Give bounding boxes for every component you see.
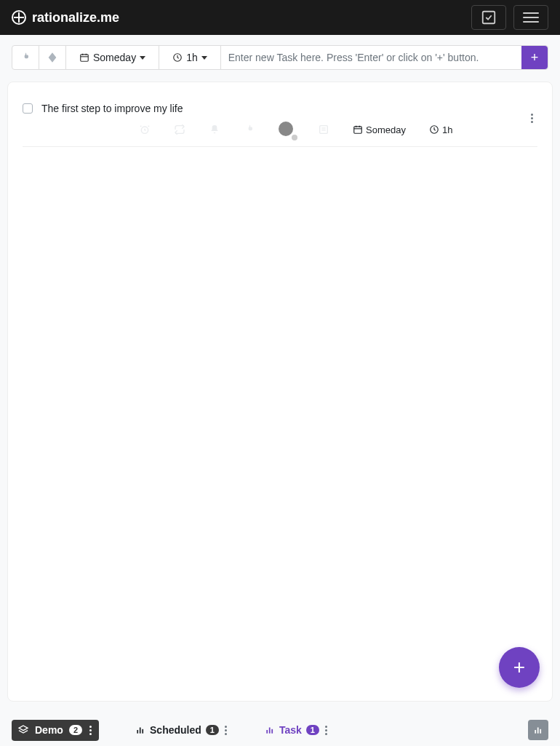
- add-task-button[interactable]: +: [521, 46, 548, 69]
- new-task-input-cell: [221, 46, 521, 69]
- svg-rect-20: [271, 729, 273, 734]
- task-note[interactable]: [318, 124, 329, 135]
- svg-rect-18: [266, 730, 268, 734]
- footer-demo-button[interactable]: Demo 2: [12, 720, 99, 741]
- task-schedule[interactable]: Someday: [353, 124, 406, 135]
- svg-rect-1: [81, 55, 89, 61]
- priority-diamond-button[interactable]: [39, 46, 66, 69]
- schedule-label: Someday: [93, 52, 136, 63]
- svg-rect-10: [354, 127, 362, 133]
- new-task-input[interactable]: [221, 46, 521, 69]
- task-duration-label: 1h: [442, 124, 452, 135]
- diamond-icon: [47, 52, 58, 63]
- footer-task-button[interactable]: Task 1: [265, 724, 329, 737]
- note-icon: [318, 124, 329, 135]
- svg-rect-16: [140, 728, 141, 734]
- footer-scheduled-more[interactable]: [223, 724, 228, 737]
- app-header: rationalize.me: [0, 0, 560, 35]
- header-actions: [471, 5, 548, 30]
- footer-task-badge: 1: [306, 725, 319, 735]
- bar-chart-icon: [135, 725, 145, 735]
- stats-button[interactable]: [528, 720, 548, 740]
- bell-icon: [209, 124, 220, 135]
- svg-rect-21: [535, 730, 536, 734]
- task-title: The first step to improve my life: [41, 103, 183, 114]
- clock-icon: [429, 124, 439, 135]
- schedule-dropdown[interactable]: Someday: [66, 46, 159, 69]
- new-task-toolbar: Someday 1h +: [12, 45, 548, 70]
- flame-icon: [244, 124, 255, 135]
- brand[interactable]: rationalize.me: [12, 10, 119, 25]
- fab-add-button[interactable]: +: [499, 647, 540, 688]
- footer-demo-label: Demo: [35, 724, 63, 736]
- checkbox-icon: [481, 9, 497, 25]
- footer-scheduled-button[interactable]: Scheduled 1: [135, 724, 228, 737]
- task-tag[interactable]: [279, 122, 295, 138]
- stack-icon: [17, 724, 29, 736]
- calendar-icon: [79, 52, 89, 63]
- task-reminder[interactable]: [209, 124, 220, 135]
- bottom-bar: Demo 2 Scheduled 1 Task 1: [0, 714, 560, 746]
- task-row[interactable]: The first step to improve my life: [23, 97, 537, 147]
- footer-task-more[interactable]: [324, 724, 329, 737]
- menu-button[interactable]: [513, 5, 548, 30]
- alarm-icon: [139, 124, 151, 135]
- calendar-icon: [353, 124, 363, 135]
- svg-rect-0: [483, 12, 495, 24]
- task-schedule-label: Someday: [366, 124, 406, 135]
- duration-dropdown[interactable]: 1h: [159, 46, 221, 69]
- duration-label: 1h: [186, 52, 198, 63]
- priority-flame-button[interactable]: [12, 46, 39, 69]
- chevron-down-icon: [201, 56, 207, 60]
- tag-icon: [279, 122, 295, 138]
- footer-scheduled-label: Scheduled: [150, 724, 201, 736]
- logo-icon: [12, 10, 26, 25]
- chevron-down-icon: [140, 56, 145, 60]
- checklist-button[interactable]: [471, 5, 506, 30]
- svg-rect-15: [137, 730, 138, 734]
- svg-rect-17: [142, 729, 143, 734]
- hamburger-icon: [523, 12, 539, 23]
- task-priority[interactable]: [244, 124, 255, 135]
- footer-task-label: Task: [279, 724, 302, 736]
- svg-rect-22: [537, 728, 539, 734]
- repeat-icon: [174, 124, 185, 135]
- task-repeat[interactable]: [174, 124, 185, 135]
- svg-rect-23: [540, 729, 541, 734]
- more-icon: [529, 112, 535, 124]
- flame-icon: [20, 52, 31, 63]
- bar-chart-icon: [265, 725, 275, 735]
- task-checkbox[interactable]: [23, 103, 33, 114]
- brand-text: rationalize.me: [32, 10, 119, 25]
- bar-chart-icon: [533, 725, 543, 735]
- svg-rect-19: [269, 728, 271, 734]
- task-list-panel: The first step to improve my life: [7, 82, 553, 702]
- footer-scheduled-badge: 1: [206, 725, 219, 735]
- task-more-button[interactable]: [527, 103, 537, 127]
- footer-demo-badge: 2: [69, 725, 82, 735]
- task-duration[interactable]: 1h: [429, 124, 452, 135]
- footer-demo-more[interactable]: [88, 724, 93, 737]
- clock-icon: [172, 52, 183, 63]
- task-alarm[interactable]: [139, 124, 151, 135]
